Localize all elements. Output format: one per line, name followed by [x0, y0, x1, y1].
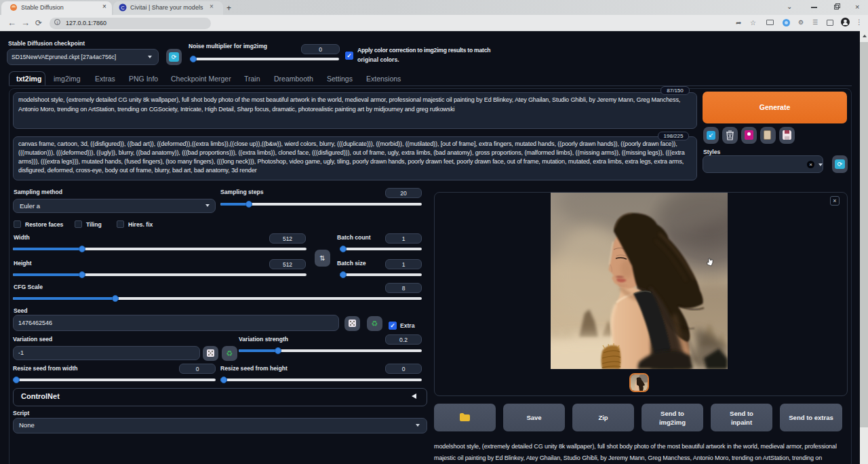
svg-text:C: C: [121, 5, 124, 10]
